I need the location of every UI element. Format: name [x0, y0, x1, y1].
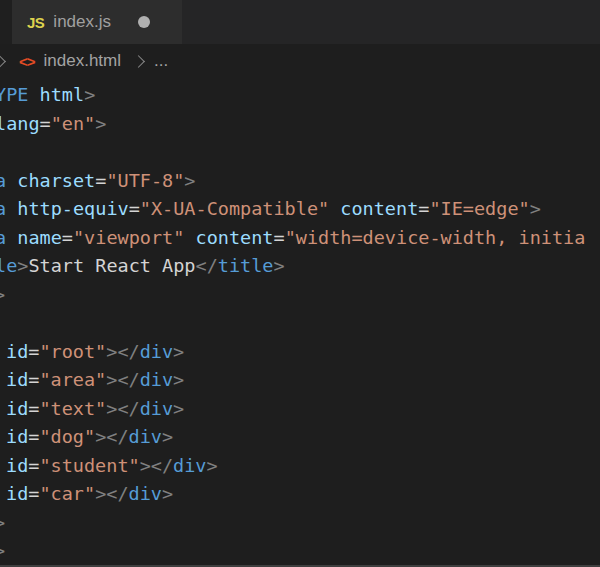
code-line: > — [0, 509, 600, 538]
html-file-icon: <> — [19, 53, 35, 70]
code-line: a charset="UTF-8"> — [0, 167, 600, 196]
tab-bar: JS index.js — [0, 0, 600, 44]
breadcrumb-item-file[interactable]: index.html — [44, 51, 121, 71]
unsaved-changes-dot-icon[interactable] — [138, 16, 150, 28]
code-line: a http-equiv="X-UA-Compatible" content="… — [0, 195, 600, 224]
code-line: id="root"></div> — [6, 338, 600, 367]
code-line — [0, 309, 600, 338]
code-line: lang="en"> — [0, 110, 600, 139]
code-line: id="car"></div> — [6, 480, 600, 509]
code-line: id="student"></div> — [6, 452, 600, 481]
breadcrumb: <> index.html ... — [0, 44, 600, 78]
code-line: a name="viewport" content="width=device-… — [0, 224, 600, 253]
cropped-active-tab-edge — [0, 0, 12, 44]
code-editor[interactable]: YPE html>lang="en">a charset="UTF-8">a h… — [0, 78, 600, 567]
breadcrumb-item-symbols[interactable]: ... — [154, 51, 168, 71]
tab-index-js[interactable]: JS index.js — [12, 0, 182, 44]
chevron-right-icon — [0, 55, 6, 68]
code-line: > — [0, 281, 600, 310]
code-line: id="text"></div> — [6, 395, 600, 424]
code-line: id="dog"></div> — [6, 423, 600, 452]
chevron-right-icon — [132, 55, 145, 68]
code-line: YPE html> — [0, 81, 600, 110]
code-line — [0, 138, 600, 167]
code-line: id="area"></div> — [6, 366, 600, 395]
javascript-file-icon: JS — [27, 14, 44, 31]
tab-label: index.js — [53, 12, 111, 32]
code-line: le>Start React App</title> — [0, 252, 600, 281]
code-line: > — [0, 537, 600, 566]
